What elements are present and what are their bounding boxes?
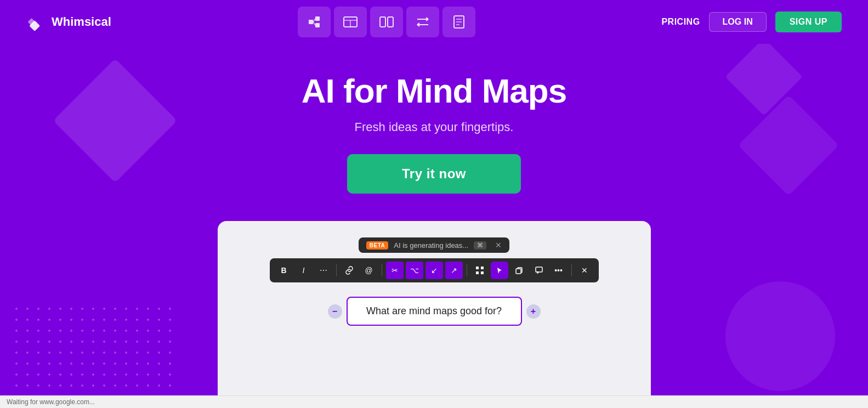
signup-button[interactable]: SIGN UP xyxy=(775,12,842,32)
flowchart-icon xyxy=(307,14,322,30)
status-text: Waiting for www.google.com... xyxy=(7,398,95,406)
cursor-icon xyxy=(496,267,503,274)
hero-subtitle: Fresh ideas at your fingertips. xyxy=(0,120,868,134)
nav-tool-wireframe[interactable] xyxy=(334,7,367,37)
beta-badge: BETA xyxy=(366,241,388,250)
toolbar-corner[interactable]: ↗ xyxy=(445,262,463,279)
toolbar-branch[interactable]: ⌥ xyxy=(406,262,423,279)
nav-tools xyxy=(298,7,475,37)
nav-tool-sequence[interactable] xyxy=(406,7,439,37)
pricing-link[interactable]: PRICING xyxy=(661,17,700,27)
split-icon xyxy=(379,16,394,28)
svg-line-6 xyxy=(313,22,315,25)
svg-line-5 xyxy=(313,19,315,22)
node-left-button[interactable]: − xyxy=(328,304,342,319)
comment-icon xyxy=(535,267,543,274)
try-now-button[interactable]: Try it now xyxy=(347,154,521,194)
header: Whimsical xyxy=(0,0,868,44)
hero-section: AI for Mind Maps Fresh ideas at your fin… xyxy=(0,44,868,408)
svg-rect-2 xyxy=(309,20,313,24)
nav-tool-split[interactable] xyxy=(370,7,403,37)
toolbar-italic[interactable]: I xyxy=(295,262,313,279)
svg-rect-11 xyxy=(388,17,393,27)
svg-rect-22 xyxy=(476,267,479,269)
svg-rect-27 xyxy=(536,267,542,272)
demo-area: BETA AI is generating ideas... ⌘ ✕ B I ⋯… xyxy=(218,221,651,408)
toolbar-separator-1 xyxy=(336,264,337,276)
toolbar-link[interactable] xyxy=(341,262,358,279)
logo-text: Whimsical xyxy=(52,15,111,29)
grid-icon xyxy=(476,267,484,274)
toolbar-more-text[interactable]: ⋯ xyxy=(315,262,332,279)
nav-right: PRICING LOG IN SIGN UP xyxy=(661,12,842,32)
toolbar-separator-2 xyxy=(382,264,382,276)
svg-rect-24 xyxy=(476,271,479,274)
toolbar-select[interactable] xyxy=(491,262,508,279)
mindmap-node-wrap: − What are mind maps good for? + xyxy=(328,297,541,326)
whimsical-logo-icon xyxy=(26,12,46,32)
beta-close-button[interactable]: ✕ xyxy=(495,241,502,250)
logo-area: Whimsical xyxy=(26,12,111,32)
svg-rect-23 xyxy=(481,267,484,269)
toolbar-curve[interactable]: ↙ xyxy=(426,262,443,279)
node-right-button[interactable]: + xyxy=(526,304,541,319)
nav-tool-docs[interactable] xyxy=(442,7,475,37)
deco-circle-right xyxy=(725,281,835,391)
beta-bar: BETA AI is generating ideas... ⌘ ✕ xyxy=(359,237,509,253)
toolbar-grid[interactable] xyxy=(471,262,489,279)
toolbar-cut[interactable]: ✂ xyxy=(386,262,404,279)
toolbar-bold[interactable]: B xyxy=(275,262,293,279)
svg-rect-26 xyxy=(516,269,521,274)
svg-rect-4 xyxy=(315,23,320,27)
toolbar-ellipsis[interactable]: ••• xyxy=(550,262,568,279)
toolbar-comment[interactable] xyxy=(530,262,548,279)
duplicate-icon xyxy=(515,267,523,274)
svg-rect-10 xyxy=(380,17,385,27)
sequence-icon xyxy=(415,16,430,28)
toolbar-duplicate[interactable] xyxy=(510,262,528,279)
mindmap-node[interactable]: What are mind maps good for? xyxy=(347,297,522,326)
deco-dots-left xyxy=(11,303,175,402)
hero-title: AI for Mind Maps xyxy=(0,71,868,110)
link-icon xyxy=(345,266,354,275)
wireframe-icon xyxy=(343,16,358,28)
svg-rect-3 xyxy=(315,16,320,21)
login-button[interactable]: LOG IN xyxy=(709,12,767,32)
editor-toolbar: B I ⋯ @ ✂ ⌥ ↙ ↗ xyxy=(270,258,599,282)
toolbar-separator-3 xyxy=(467,264,467,276)
cmd-key: ⌘ xyxy=(474,241,486,250)
status-bar: Waiting for www.google.com... xyxy=(0,395,868,408)
nav-tool-flowchart[interactable] xyxy=(298,7,331,37)
docs-icon xyxy=(453,15,465,29)
beta-generating-text: AI is generating ideas... xyxy=(394,241,468,250)
svg-rect-25 xyxy=(481,271,484,274)
toolbar-mention[interactable]: @ xyxy=(360,262,378,279)
toolbar-separator-4 xyxy=(571,264,572,276)
toolbar-close[interactable]: ✕ xyxy=(576,262,593,279)
